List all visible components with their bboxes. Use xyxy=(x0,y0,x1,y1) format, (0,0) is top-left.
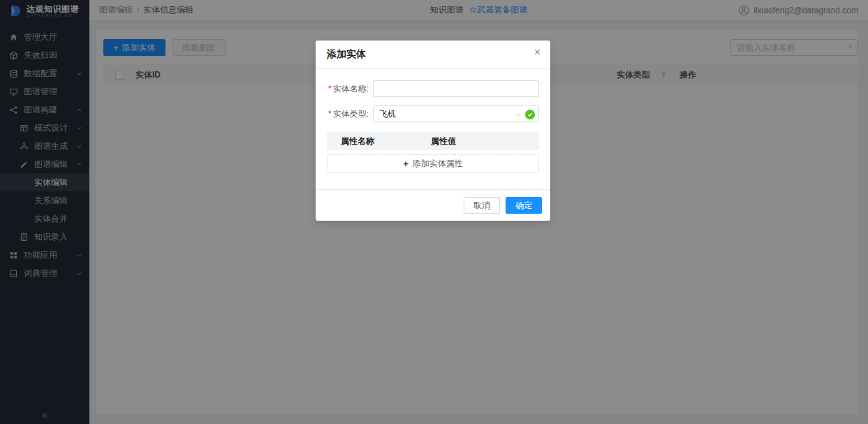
required-mark: * xyxy=(328,109,332,119)
required-mark: * xyxy=(328,84,332,94)
confirm-button[interactable]: 确定 xyxy=(506,197,542,214)
modal-footer: 取消 确定 xyxy=(316,189,550,221)
column-property-value: 属性值 xyxy=(431,136,539,147)
cancel-button-label: 取消 xyxy=(473,200,490,212)
confirm-button-label: 确定 xyxy=(515,200,532,212)
chevron-down-icon xyxy=(515,111,522,118)
add-property-button[interactable]: + 添加实体属性 xyxy=(327,154,539,173)
add-entity-modal: 添加实体 × *实体名称: *实体类型: 飞机 xyxy=(316,41,550,221)
modal-header: 添加实体 × xyxy=(316,41,550,69)
entity-type-row: *实体类型: 飞机 xyxy=(327,105,539,122)
cancel-button[interactable]: 取消 xyxy=(464,197,500,214)
entity-type-label: *实体类型: xyxy=(327,108,373,120)
property-table-header: 属性名称 属性值 xyxy=(327,132,539,150)
entity-name-row: *实体名称: xyxy=(327,80,539,97)
entity-name-label: *实体名称: xyxy=(327,83,373,95)
page: 达观知识图谱 DATAGRAND KG 管理大厅 失效归因 数据配置 图谱管理 xyxy=(0,0,868,424)
close-icon[interactable]: × xyxy=(534,47,540,58)
plus-icon: + xyxy=(403,159,409,169)
entity-name-input[interactable] xyxy=(373,80,539,97)
add-property-label: 添加实体属性 xyxy=(413,158,463,170)
column-property-name: 属性名称 xyxy=(327,136,431,147)
entity-type-select[interactable]: 飞机 xyxy=(373,105,539,122)
valid-check-icon xyxy=(525,110,535,119)
modal-body: *实体名称: *实体类型: 飞机 属性 xyxy=(316,69,550,173)
entity-type-value: 飞机 xyxy=(379,108,396,120)
modal-title: 添加实体 xyxy=(327,48,366,59)
